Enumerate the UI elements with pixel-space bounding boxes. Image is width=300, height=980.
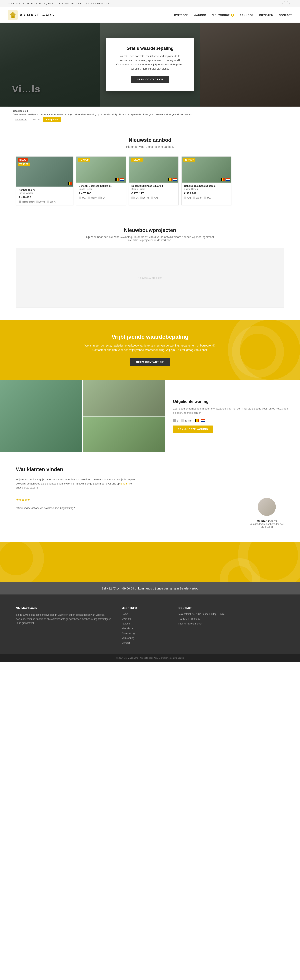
footer-link-aanbod-a[interactable]: Aanbod bbox=[121, 622, 130, 625]
reviewer-area: ★★★★★ "Uitstekende service en profession… bbox=[16, 498, 284, 528]
area-icon-1 bbox=[36, 200, 38, 203]
area-icon-feat bbox=[181, 419, 184, 422]
review-stars: ★★★★★ bbox=[16, 498, 75, 502]
modal-text: Wenst u een correcte, realistische verko… bbox=[116, 54, 184, 71]
footer-link-contact[interactable]: Contact bbox=[121, 641, 171, 644]
card-specs-3: n.v.t. 204 m² n.v.t. bbox=[131, 197, 176, 199]
nav-aankoop[interactable]: AANKOOP bbox=[239, 14, 254, 17]
cookie-text: Deze website maakt gebruik van cookies o… bbox=[13, 113, 287, 116]
logo-text: VR MAKELAARS bbox=[19, 13, 54, 18]
nav-over-ons[interactable]: OVER ONS bbox=[174, 14, 188, 17]
phone-text: +32 (0)14 - 69 00 69 bbox=[59, 2, 81, 5]
footer-bottom-text: © 2024 VR Makelaars – Website door AGOC … bbox=[116, 657, 184, 659]
spec-plot-4: 276 m² bbox=[193, 197, 202, 199]
spec-plot-val-3: 204 m² bbox=[143, 197, 149, 199]
gray-cta-bar: Bel +32 (0)14 - 69 00 69 of kom langs bi… bbox=[0, 582, 300, 595]
type-icon-4 bbox=[204, 197, 206, 199]
cta-yellow-button[interactable]: NEEM CONTACT OP bbox=[130, 358, 171, 366]
footer-link-over-ons[interactable]: Over ons bbox=[121, 617, 171, 620]
bed-icon-feat bbox=[173, 419, 176, 422]
nieuwste-aanbod-section: Nieuwste aanbod Hieronder vindt u ons re… bbox=[0, 125, 300, 215]
top-bar-left: Molenstraat 22, 2387 Baarle-Hertog, Belg… bbox=[8, 2, 110, 5]
flag-be-3 bbox=[168, 178, 172, 181]
featured-specs: 3 134 m² bbox=[173, 419, 292, 422]
footer-contact-col: Contact Molenstraat 22, 2387 Baarle-Hert… bbox=[179, 606, 227, 646]
featured-cta-button[interactable]: BEKIJK DEZE WONING bbox=[173, 425, 213, 433]
featured-info: Uitgelichte woning Zeer goed onderhouden… bbox=[165, 380, 300, 452]
footer-link-nieuwbouw-a[interactable]: Nieuwbouw bbox=[121, 627, 134, 630]
spec-area-2: n.v.t. bbox=[79, 197, 86, 199]
spec-type-val-3: n.v.t. bbox=[154, 197, 158, 199]
footer-link-home-a[interactable]: Home bbox=[121, 612, 128, 616]
nav-contact[interactable]: CONTACT bbox=[279, 14, 292, 17]
spec-area-1: 180 m² bbox=[36, 200, 45, 203]
instagram-icon[interactable]: i bbox=[287, 1, 292, 6]
logo-area: VR MAKELAARS bbox=[8, 10, 54, 20]
footer-link-home[interactable]: Home bbox=[121, 612, 171, 616]
card-specs-2: n.v.t. 302 m² n.v.t. bbox=[79, 197, 123, 199]
footer-link-financiering[interactable]: Financiering bbox=[121, 632, 171, 635]
main-header: VR MAKELAARS OVER ONS AANBOD NIEUWBOUW 1… bbox=[0, 7, 300, 22]
cta-yellow-title: Vrijblijvende waardebepaling bbox=[16, 334, 284, 340]
card-img-2: TE KOOP bbox=[77, 157, 126, 183]
featured-label: Uitgelichte woning bbox=[173, 399, 292, 404]
type-icon-3 bbox=[151, 197, 153, 199]
reviewer-avatar bbox=[258, 498, 276, 516]
cookie-bar-text: Cookiebeleid Deze website maakt gebruik … bbox=[13, 110, 287, 122]
spec-plot-1: 560 m² bbox=[47, 200, 56, 203]
plot-icon-4 bbox=[193, 197, 195, 199]
property-card-3[interactable]: TE KOOP Benelux Business Square 4 Baarle… bbox=[129, 156, 179, 205]
cookie-title: Cookiebeleid bbox=[13, 110, 287, 112]
nav-nieuwbouw[interactable]: NIEUWBOUW 1 bbox=[212, 14, 234, 17]
feat-img-house bbox=[83, 380, 165, 416]
testimonials-title: Wat klanten vinden bbox=[16, 466, 284, 473]
nieuwbouw-text: Op zoek naar een nieuwbouwwoning? In opd… bbox=[80, 235, 220, 242]
footer-link-verzekering[interactable]: Verzekering bbox=[121, 636, 171, 640]
plot-icon-3 bbox=[140, 197, 143, 199]
spec-type-val-2: n.v.t. bbox=[101, 197, 105, 199]
email-text: info@vrmakelaars.com bbox=[86, 2, 110, 5]
card-location-1: Ravels Weelde bbox=[19, 192, 71, 194]
spec-area-4: n.v.t. bbox=[184, 197, 191, 199]
funda-link[interactable]: funda.nl bbox=[120, 482, 129, 485]
card-img-4: TE KOOP bbox=[182, 157, 231, 183]
footer-link-aanbod[interactable]: Aanbod bbox=[121, 622, 171, 625]
feat-spec-area-val: 134 m² bbox=[185, 419, 192, 422]
facebook-icon[interactable]: f bbox=[280, 1, 285, 6]
property-card-1[interactable]: NIEUW TE KOOP Nonnenbos 75 Ravels Weelde… bbox=[16, 156, 73, 205]
footer-contact-phone: +32 (0)14 - 69 00 69 bbox=[179, 617, 227, 620]
card-name-1: Nonnenbos 75 bbox=[19, 189, 71, 191]
nieuwbouw-placeholder: Nieuwbouw projecten bbox=[16, 248, 284, 308]
cta-yellow-section: Vrijblijvende waardebepaling Wenst u een… bbox=[0, 320, 300, 380]
property-card-2[interactable]: TE KOOP Benelux Business Square 14 Baarl… bbox=[76, 156, 126, 205]
cookie-settings-button[interactable]: Zelf instellen bbox=[13, 117, 29, 122]
deco-circle-right bbox=[220, 558, 260, 582]
spec-plot-val-2: 302 m² bbox=[91, 197, 97, 199]
cookie-accept-button[interactable]: Accepteren bbox=[43, 117, 61, 122]
footer-link-contact-a[interactable]: Contact bbox=[121, 641, 130, 644]
nav-diensten[interactable]: DIENSTEN bbox=[259, 14, 273, 17]
card-img-3: TE KOOP bbox=[129, 157, 179, 183]
feat-spec-flag bbox=[195, 419, 205, 422]
cookie-actions: Zelf instellen Afwijzen Accepteren bbox=[13, 117, 287, 122]
footer-link-nieuwbouw[interactable]: Nieuwbouw bbox=[121, 627, 171, 630]
card-specs-4: n.v.t. 276 m² n.v.t. bbox=[184, 197, 228, 199]
flag-icons-3 bbox=[168, 178, 177, 181]
footer-brand-desc: Sinds 1994 is ons kantoor gevestigd in B… bbox=[16, 613, 113, 625]
flag-be-2 bbox=[115, 178, 120, 181]
gray-cta-text: Bel +32 (0)14 - 69 00 69 of kom langs bi… bbox=[102, 587, 198, 590]
footer-contact-email: info@vrmakelaars.com bbox=[179, 622, 227, 625]
footer-link-financiering-a[interactable]: Financiering bbox=[121, 632, 135, 635]
top-bar-social: f i bbox=[280, 1, 292, 6]
footer-link-verzekering-a[interactable]: Verzekering bbox=[121, 637, 134, 640]
bed-icon-1 bbox=[19, 200, 21, 203]
nav-aanbod[interactable]: AANBOD bbox=[194, 14, 206, 17]
card-name-3: Benelux Business Square 4 bbox=[131, 185, 176, 187]
footer-link-over-ons-a[interactable]: Over ons bbox=[121, 617, 131, 620]
card-name-4: Benelux Business Square 3 bbox=[184, 185, 228, 187]
property-card-4[interactable]: TE KOOP Benelux Business Square 3 Baarle… bbox=[181, 156, 231, 205]
nieuwbouw-title: Nieuwbouwprojecten bbox=[16, 227, 284, 233]
cookie-decline-button[interactable]: Afwijzen bbox=[30, 117, 41, 122]
hero-section: Vi…ls Gratis waardebepaling Wenst u een … bbox=[0, 22, 300, 107]
modal-contact-button[interactable]: NEEM CONTACT OP bbox=[131, 76, 169, 83]
